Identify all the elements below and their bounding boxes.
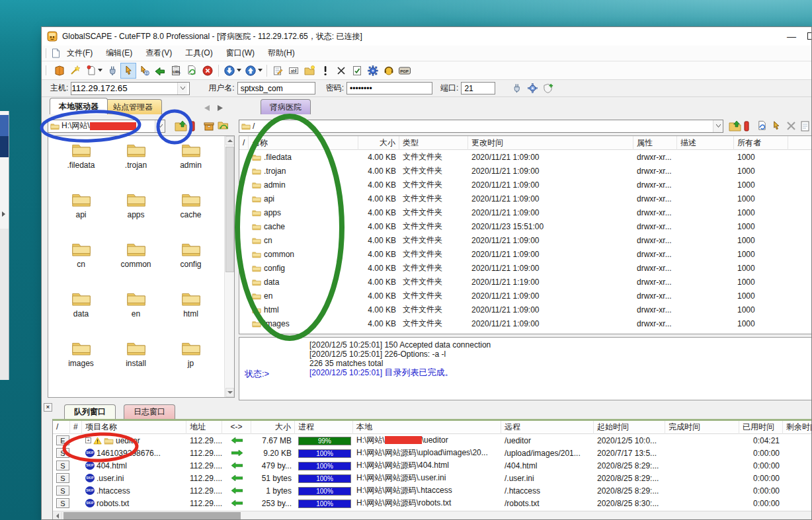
local-folder-item[interactable]: install [108,340,163,389]
remote-file-row[interactable]: cn4.00 KB文件文件夹2020/11/21 1:09:00drwxr-xr… [239,233,812,247]
title-bar[interactable]: GlobalSCAPE - CuteFTP 8.0 Professional -… [42,27,811,46]
qcol-num[interactable]: # [70,421,82,434]
tab-local-drives[interactable]: 本地驱动器 [50,98,108,114]
remote-pointer-button[interactable] [769,119,784,133]
remote-file-row[interactable]: common4.00 KB文件文件夹2020/11/21 1:09:00drwx… [239,247,812,261]
scroll-up-button[interactable] [225,136,234,145]
local-archive-button[interactable] [202,119,216,133]
settings-button[interactable] [365,63,381,79]
qcol-name[interactable]: 项目名称 [82,421,186,434]
qcol-local[interactable]: 本地 [353,421,501,434]
dropdown-caret-icon[interactable] [98,69,102,72]
dropdown-caret-icon[interactable] [237,69,241,72]
remote-properties-button[interactable] [798,119,812,133]
col-root[interactable]: / [239,136,249,150]
qcol-elapsed[interactable]: 已用时间 [739,421,783,434]
remote-path-dropdown[interactable] [713,120,723,132]
remote-file-row[interactable]: images4.00 KB文件文件夹2020/11/21 1:09:00drwx… [239,316,812,330]
remote-file-row[interactable]: api4.00 KB文件文件夹2020/11/21 1:09:00drwxr-x… [239,192,812,205]
local-folder-item[interactable]: jp [163,340,218,389]
menu-view[interactable]: 查看(V) [139,46,179,61]
new-folder-button[interactable] [302,63,317,79]
queue-close-button[interactable]: × [44,403,52,412]
queue-horizontal-scrollbar[interactable] [53,511,812,520]
connection-settings-button[interactable] [524,81,540,96]
local-stop-button[interactable] [188,119,196,133]
host-dropdown-button[interactable] [177,83,187,94]
security-shield-button[interactable] [540,81,556,96]
local-refresh-folders-button[interactable] [216,119,231,133]
username-input[interactable] [237,82,315,94]
qcol-root[interactable]: / [53,421,70,434]
qcol-remote[interactable]: 远程 [501,421,594,434]
queue-row[interactable]: SSKIP404.html112.29....479 by...100%H:\网… [53,459,812,472]
col-attrs[interactable]: 属性 [633,136,677,150]
queue-row[interactable]: SSKIP.htaccess112.29....1 bytes100%H:\网站… [53,484,812,497]
local-path-dropdown[interactable] [155,120,165,132]
menu-window[interactable]: 窗口(W) [220,46,261,61]
remote-file-row[interactable]: .trojan4.00 KB文件文件夹2020/11/21 1:09:00drw… [239,164,812,178]
col-name[interactable]: 名称 [249,136,358,150]
remote-refresh-button[interactable] [754,119,769,133]
pointer-query-button[interactable] [136,63,152,79]
queue-row[interactable]: SSKIP.user.ini112.29....51 bytes100%H:\网… [53,472,812,484]
remote-file-row[interactable]: data4.00 KB文件文件夹2020/11/21 1:19:00drwxr-… [239,275,812,289]
back-arrow-button[interactable] [152,63,168,79]
local-folder-item[interactable]: en [108,290,163,340]
dock-expand-arrow-icon[interactable] [2,211,5,217]
pgp-button[interactable]: PGP [397,63,413,79]
menu-edit[interactable]: 编辑(E) [99,46,139,61]
qcol-size[interactable]: 大小 [251,421,295,434]
qcol-progress[interactable]: 进程 [295,421,353,434]
local-folder-item[interactable]: config [163,241,218,290]
connection-wizard-button[interactable] [67,63,83,79]
pointer-mode-button[interactable] [120,63,136,79]
menubar-grip[interactable] [46,48,48,58]
download-button[interactable] [222,63,243,79]
url-clipboard-button[interactable]: URL [168,63,184,79]
col-type[interactable]: 类型 [399,136,468,150]
menu-file[interactable]: 文件(F) [60,46,99,61]
scrollbar-thumb[interactable] [63,512,241,520]
upload-button[interactable] [243,63,264,79]
local-folder-item[interactable]: admin [163,141,218,191]
local-folder-item[interactable]: cn [54,241,108,290]
qcol-address[interactable]: 地址 [186,421,222,434]
local-folder-up-button[interactable] [173,119,188,133]
tab-log-window[interactable]: 日志窗口 [124,404,175,419]
site-manager-button[interactable] [52,63,67,79]
stop-button[interactable] [200,63,216,79]
remote-folder-up-button[interactable] [727,119,742,133]
minimize-button[interactable]: — [777,27,806,45]
scrollbar-thumb[interactable] [225,147,234,272]
remote-path-combobox[interactable]: / [239,120,723,133]
rename-button[interactable]: ab [286,63,302,79]
dropdown-caret-icon[interactable] [258,69,263,72]
local-folder-item[interactable]: common [108,241,163,290]
col-size[interactable]: 大小 [358,136,399,150]
dock-blue-tile[interactable] [0,115,9,136]
scroll-left-button[interactable] [53,512,62,520]
maximize-button[interactable] [807,32,812,40]
tab-scroll-right-icon[interactable] [218,105,223,111]
col-owner[interactable]: 所有者 [734,136,788,150]
remote-file-row[interactable]: cache4.00 KB文件文件夹2020/11/23 15:51:00drwx… [239,219,812,233]
new-site-button[interactable] [83,63,104,79]
qcol-start[interactable]: 起始时间 [594,421,665,434]
expand-toggle[interactable]: + [85,437,91,443]
password-input[interactable] [346,82,432,94]
scroll-down-button[interactable] [225,388,234,397]
remote-delete-button[interactable] [784,119,798,133]
remote-file-row[interactable]: .filedata4.00 KB文件文件夹2020/11/21 1:09:00d… [239,150,812,164]
port-input[interactable] [461,82,495,94]
local-folder-item[interactable]: cache [163,191,218,241]
toolbar-grip[interactable] [46,65,48,75]
delete-button[interactable] [333,63,349,79]
queue-row[interactable]: E+ueditor112.29....7.67 MB99%H:\网站\\uedi… [53,434,812,447]
local-vertical-scrollbar[interactable] [224,136,234,397]
remote-stop-button[interactable] [742,119,751,133]
help-support-button[interactable] [381,63,397,79]
dock-navy-tile[interactable] [0,136,9,157]
queue-row[interactable]: SSKIProbots.txt112.29....253 by...100%H:… [53,497,812,509]
local-folder-item[interactable]: apps [108,191,163,241]
